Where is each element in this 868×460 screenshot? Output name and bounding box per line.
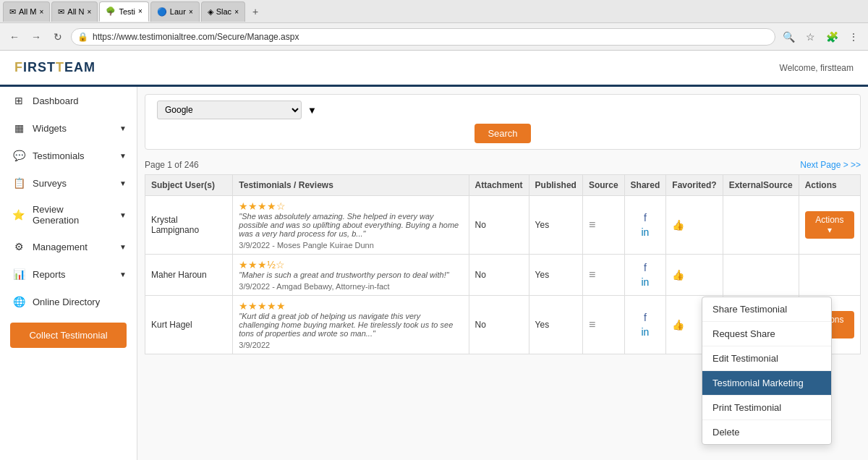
refresh-button[interactable]: ↻	[49, 28, 67, 46]
testimonial-text-2: "Maher is such a great and trustworthy p…	[239, 271, 462, 279]
reports-chevron-icon: ▼	[119, 271, 127, 278]
tab-close-gmail2[interactable]: ×	[88, 8, 92, 16]
extensions-button[interactable]: 🧩	[823, 28, 841, 46]
sidebar-label-management: Management	[33, 242, 88, 252]
cell-testimonial-3: ★★★★★ "Kurt did a great job of helping u…	[233, 296, 469, 354]
browser-tabs: ✉ All M × ✉ All N × 🌳 Testi × 🔵 Laur × ◈…	[0, 0, 868, 23]
share-testimonial-label: Share Testimonial	[712, 304, 787, 315]
bookmark-button[interactable]: ☆	[801, 28, 819, 46]
tab-slack[interactable]: ◈ Slac ×	[201, 1, 245, 22]
surveys-chevron-icon: ▼	[119, 179, 127, 187]
tab-close-laur[interactable]: ×	[189, 8, 193, 16]
date-3: 3/9/2022	[239, 341, 270, 349]
dropdown-arrow-icon: ▼	[307, 105, 317, 116]
sidebar-item-review-generation[interactable]: ⭐ Review Generation ▼	[0, 197, 137, 233]
actions-dropdown-menu: Share Testimonial Request Share Edit Tes…	[702, 297, 832, 445]
col-external-source: ExternalSource	[723, 175, 799, 196]
sidebar-label-testimonials: Testimonials	[33, 150, 85, 161]
stars-2: ★★★½☆	[239, 259, 462, 271]
dropdown-item-delete[interactable]: Delete	[702, 420, 831, 444]
sidebar-item-management[interactable]: ⚙ Management ▼	[0, 233, 137, 260]
dropdown-item-edit[interactable]: Edit Testimonial	[702, 346, 831, 371]
tab-gmail1[interactable]: ✉ All M ×	[3, 1, 50, 22]
welcome-text: Welcome, firstteam	[780, 63, 854, 73]
surveys-icon: 📋	[12, 176, 25, 189]
author-separator-1: -	[272, 241, 277, 250]
back-button[interactable]: ←	[6, 28, 23, 46]
dropdown-item-marketing[interactable]: Testimonial Marketing	[702, 371, 831, 396]
gmail2-icon: ✉	[58, 7, 64, 17]
tab-close-testi[interactable]: ×	[138, 7, 142, 15]
new-tab-button[interactable]: +	[247, 3, 264, 20]
sidebar-item-reports[interactable]: 📊 Reports ▼	[0, 260, 137, 288]
tab-laur[interactable]: 🔵 Laur ×	[150, 1, 200, 22]
search-button[interactable]: Search	[475, 124, 530, 143]
dashboard-icon: ⊞	[12, 94, 25, 107]
cell-published-1: Yes	[529, 196, 582, 255]
menu-button[interactable]: ⋮	[845, 28, 862, 46]
page-info: Page 1 of 246	[145, 160, 199, 170]
sidebar-label-dashboard: Dashboard	[33, 95, 79, 106]
stars-1: ★★★★☆	[239, 200, 462, 212]
sidebar-label-review-gen: Review Generation	[33, 204, 112, 226]
main-layout: ⊞ Dashboard ▦ Widgets ▼ 💬 Testimonials ▼…	[0, 87, 868, 460]
actions-button-1[interactable]: Actions ▾	[805, 211, 854, 239]
user-name-1: Krystal Lampignano	[151, 215, 199, 235]
testimonials-chevron-icon: ▼	[119, 152, 127, 160]
cell-source-1: ≡	[582, 196, 624, 255]
cell-external-source-2	[723, 255, 799, 296]
address-bar[interactable]: 🔒 https://www.testimonialtree.com/Secure…	[71, 28, 775, 46]
search-browser-button[interactable]: 🔍	[780, 28, 797, 46]
collect-testimonial-button[interactable]: Collect Testimonial	[10, 323, 127, 348]
cell-published-2: Yes	[529, 255, 582, 296]
source-list-icon-3: ≡	[589, 318, 595, 331]
source-filter-select[interactable]: Google Zillow	[157, 101, 302, 119]
linkedin-icon-1: in	[642, 226, 650, 238]
url-text: https://www.testimonialtree.com/Secure/M…	[93, 32, 299, 42]
sidebar-item-widgets[interactable]: ▦ Widgets ▼	[0, 114, 137, 142]
testimonials-icon: 💬	[12, 149, 25, 162]
testimonial-meta-1: 3/9/2022 - Moses Pangle Kuirae Dunn	[239, 241, 462, 250]
sidebar-item-dashboard[interactable]: ⊞ Dashboard	[0, 87, 137, 114]
cell-shared-2: f in	[624, 255, 666, 296]
cell-actions-2	[799, 255, 860, 296]
next-page-link[interactable]: Next Page > >>	[800, 160, 861, 170]
cell-testimonial-1: ★★★★☆ "She was absolutely amazing. She h…	[233, 196, 469, 255]
col-source: Source	[582, 175, 624, 196]
linkedin-icon-3: in	[642, 326, 650, 338]
testimonial-content-2: ★★★½☆ "Maher is such a great and trustwo…	[239, 259, 462, 291]
table-header-row: Subject User(s) Testimonials / Reviews A…	[145, 175, 861, 196]
testimonial-text-1: "She was absolutely amazing. She helped …	[239, 212, 462, 238]
forward-button[interactable]: →	[27, 28, 45, 46]
dropdown-item-request-share[interactable]: Request Share	[702, 322, 831, 346]
linkedin-icon-2: in	[642, 276, 650, 288]
cell-user-1: Krystal Lampignano	[145, 196, 233, 255]
testimonial-content-1: ★★★★☆ "She was absolutely amazing. She h…	[239, 200, 462, 250]
facebook-icon-2: f	[644, 262, 647, 273]
social-icons-3: f in	[631, 312, 660, 338]
sidebar-item-surveys[interactable]: 📋 Surveys ▼	[0, 169, 137, 197]
request-share-label: Request Share	[712, 328, 775, 339]
filter-inputs: Google Zillow ▼	[157, 101, 848, 119]
tab-close-slack[interactable]: ×	[234, 8, 239, 16]
social-icons-2: f in	[631, 262, 660, 288]
table-row: Maher Haroun ★★★½☆ "Maher is such a grea…	[145, 255, 861, 296]
author-2: Amgad Bebawy, Attorney-in-fact	[276, 282, 389, 291]
col-actions: Actions	[799, 175, 860, 196]
col-shared: Shared	[624, 175, 666, 196]
cell-shared-1: f in	[624, 196, 666, 255]
cell-published-3: Yes	[529, 296, 582, 354]
cell-attachment-1: No	[469, 196, 529, 255]
cell-attachment-3: No	[469, 296, 529, 354]
sidebar-item-testimonials[interactable]: 💬 Testimonials ▼	[0, 142, 137, 169]
tab-testi[interactable]: 🌳 Testi ×	[99, 1, 148, 22]
date-2: 3/9/2022	[239, 282, 270, 291]
sidebar-item-online-directory[interactable]: 🌐 Online Directory	[0, 288, 137, 315]
thumbs-up-icon-2: 👍	[672, 269, 684, 281]
dropdown-item-print[interactable]: Print Testimonial	[702, 396, 831, 420]
stars-3: ★★★★★	[239, 300, 462, 312]
tab-gmail2[interactable]: ✉ All N ×	[51, 1, 98, 22]
tab-close-gmail1[interactable]: ×	[39, 8, 43, 16]
cell-actions-1: Actions ▾	[799, 196, 860, 255]
dropdown-item-share[interactable]: Share Testimonial	[702, 297, 831, 322]
